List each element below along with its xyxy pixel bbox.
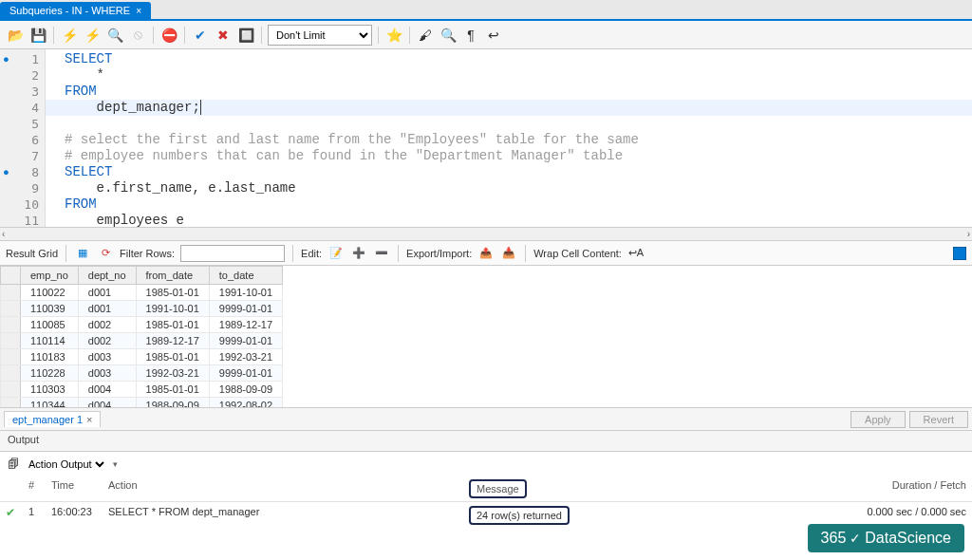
table-cell[interactable]: d003 [78,349,136,365]
table-cell[interactable]: 9999-01-01 [209,301,282,317]
word-wrap-icon[interactable]: ↩ [484,26,503,45]
apply-button[interactable]: Apply [850,411,906,428]
table-cell[interactable]: 1991-10-01 [136,301,209,317]
out-time: 16:00:23 [46,502,103,529]
scroll-right-icon[interactable]: › [967,229,970,239]
table-cell[interactable]: 110344 [21,398,79,409]
execute-current-icon[interactable]: ⚡ [83,26,102,45]
separator [261,27,262,44]
table-cell[interactable]: d003 [78,365,136,382]
export-label: Export/Import: [406,248,472,259]
table-row[interactable]: 110303d0041985-01-011988-09-09 [1,382,283,398]
explain-icon[interactable]: 🔍 [105,26,124,45]
table-cell[interactable]: d001 [78,301,136,317]
table-cell[interactable]: 1985-01-01 [136,382,209,398]
column-header[interactable]: to_date [209,267,282,285]
beautify-icon[interactable]: ⭐ [384,26,403,45]
stop-icon[interactable]: ⦸ [128,26,147,45]
table-cell[interactable]: 1988-09-09 [209,382,282,398]
scroll-left-icon[interactable]: ‹ [2,229,5,239]
table-row[interactable]: 110022d0011985-01-011991-10-01 [1,285,283,301]
tab-title: Subqueries - IN - WHERE [9,5,130,16]
separator [398,245,399,262]
table-cell[interactable]: d004 [78,382,136,398]
panel-toggle-icon[interactable] [953,247,966,260]
open-icon[interactable]: 📂 [6,26,25,45]
table-cell[interactable]: d001 [78,285,136,301]
out-action: SELECT * FROM dept_manager [103,502,463,529]
wrap-icon[interactable]: ↩A [627,245,645,262]
output-mode-icon[interactable]: 🗐 [8,457,19,471]
close-icon[interactable]: × [136,6,141,16]
table-cell[interactable]: 9999-01-01 [209,365,282,382]
stop-on-error-icon[interactable]: ⛔ [159,26,178,45]
rollback-icon[interactable]: ✖ [214,26,233,45]
table-row[interactable]: 110344d0041988-09-091992-08-02 [1,398,283,409]
table-cell[interactable]: 110303 [21,382,79,398]
table-cell[interactable]: 110085 [21,317,79,333]
table-cell[interactable]: 1991-10-01 [209,285,282,301]
table-cell[interactable]: 110022 [21,285,79,301]
filter-rows-label: Filter Rows: [120,248,175,259]
column-header[interactable]: from_date [136,267,209,285]
add-row-icon[interactable]: ➕ [350,245,367,262]
output-mode-select[interactable]: Action Output [25,457,107,471]
table-cell[interactable]: d004 [78,398,136,409]
table-cell[interactable]: 9999-01-01 [209,333,282,349]
refresh-icon[interactable]: ⟳ [97,245,114,262]
execute-icon[interactable]: ⚡ [60,26,79,45]
edit-icon[interactable]: 📝 [327,245,345,262]
separator [153,27,154,44]
table-cell[interactable]: d002 [78,333,136,349]
table-row[interactable]: 110183d0031985-01-011992-03-21 [1,349,283,365]
sql-editor[interactable]: 1234567891011 SELECT *FROM dept_manager;… [0,49,972,228]
table-cell[interactable]: 1989-12-17 [136,333,209,349]
table-cell[interactable]: 1985-01-01 [136,317,209,333]
commit-icon[interactable]: ✔ [191,26,210,45]
column-header[interactable]: emp_no [21,267,79,285]
table-cell[interactable]: 110114 [21,333,79,349]
code-area[interactable]: SELECT *FROM dept_manager; # select the … [46,49,972,227]
column-header[interactable]: dept_no [78,267,136,285]
import-icon[interactable]: 📥 [500,245,517,262]
table-cell[interactable]: 1985-01-01 [136,349,209,365]
table-row[interactable]: 110228d0031992-03-219999-01-01 [1,365,283,382]
table-cell[interactable]: 110183 [21,349,79,365]
table-cell[interactable]: 110228 [21,365,79,382]
output-grid: # Time Action Message Duration / Fetch ✔… [0,476,972,529]
table-cell[interactable]: 1992-08-02 [209,398,282,409]
filter-input[interactable] [180,245,285,262]
editor-scrollbar[interactable]: ‹ › [0,228,972,241]
brush-icon[interactable]: 🖌 [416,26,435,45]
table-cell[interactable]: 1988-09-09 [136,398,209,409]
col-num: # [23,476,46,502]
result-tab[interactable]: ept_manager 1 × [4,411,101,427]
delete-row-icon[interactable]: ➖ [373,245,390,262]
table-row[interactable]: 110039d0011991-10-019999-01-01 [1,301,283,317]
col-time: Time [46,476,103,502]
table-cell[interactable]: d002 [78,317,136,333]
export-icon[interactable]: 📤 [477,245,495,262]
table-cell[interactable]: 1989-12-17 [209,317,282,333]
separator [409,27,410,44]
result-grid[interactable]: emp_nodept_nofrom_dateto_date110022d0011… [0,266,972,408]
separator [378,27,379,44]
save-icon[interactable]: 💾 [28,26,47,45]
table-cell[interactable]: 1992-03-21 [209,349,282,365]
autocommit-icon[interactable]: 🔲 [236,26,255,45]
limit-select[interactable]: Don't Limit [268,25,372,46]
close-icon[interactable]: × [86,414,92,425]
main-toolbar: 📂 💾 ⚡ ⚡ 🔍 ⦸ ⛔ ✔ ✖ 🔲 Don't Limit ⭐ 🖌 🔍 ¶ … [0,21,972,49]
table-row[interactable]: 110085d0021985-01-011989-12-17 [1,317,283,333]
search-icon[interactable]: 🔍 [439,26,458,45]
document-tab[interactable]: Subqueries - IN - WHERE × [0,2,151,19]
grid-view-icon[interactable]: ▦ [74,245,91,262]
separator [184,27,185,44]
table-row[interactable]: 110114d0021989-12-179999-01-01 [1,333,283,349]
result-tab-label: ept_manager 1 [12,414,83,425]
revert-button[interactable]: Revert [909,411,968,428]
table-cell[interactable]: 1992-03-21 [136,365,209,382]
table-cell[interactable]: 1985-01-01 [136,285,209,301]
invisible-chars-icon[interactable]: ¶ [461,26,480,45]
table-cell[interactable]: 110039 [21,301,79,317]
